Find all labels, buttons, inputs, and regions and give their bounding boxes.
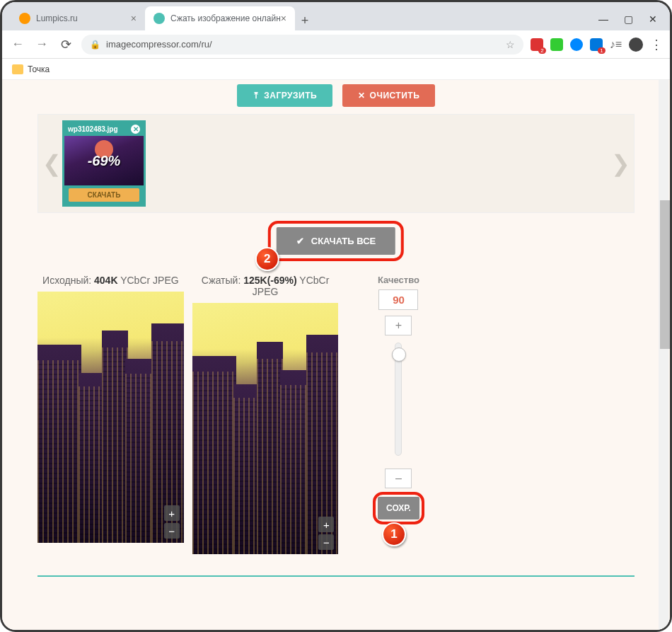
original-meta: YCbCr JPEG [120, 275, 178, 286]
favicon-icon [153, 13, 165, 24]
quality-slider[interactable] [395, 343, 402, 456]
compressed-header: Сжатый: 125K(-69%) YCbCr JPEG [192, 275, 339, 297]
compressed-image[interactable]: + − [192, 303, 339, 554]
media-icon[interactable]: ♪≡ [610, 38, 622, 51]
page-content: ⤒ ЗАГРУЗИТЬ ✕ ОЧИСТИТЬ ❮ wp3102483.jpg ✕… [2, 80, 670, 632]
quality-plus-button[interactable]: + [385, 316, 412, 335]
back-icon[interactable]: ← [9, 37, 26, 52]
action-buttons: ⤒ ЗАГРУЗИТЬ ✕ ОЧИСТИТЬ [2, 80, 670, 107]
reduction-percentage: -69% [88, 153, 121, 169]
forward-icon[interactable]: → [33, 37, 50, 52]
upload-icon: ⤒ [253, 91, 260, 100]
slider-knob[interactable] [392, 347, 406, 362]
clear-button[interactable]: ✕ ОЧИСТИТЬ [342, 84, 435, 107]
browser-toolbar: ← → ⟳ 🔒 imagecompressor.com/ru/ ☆ 2 1 ♪≡… [2, 30, 670, 59]
folder-icon [12, 64, 23, 74]
remove-thumbnail-icon[interactable]: ✕ [131, 125, 140, 134]
url-text: imagecompressor.com/ru/ [106, 39, 212, 50]
zoom-in-icon[interactable]: + [164, 505, 180, 521]
original-image[interactable]: + − [37, 292, 184, 543]
bookmarks-bar: Точка [2, 59, 670, 80]
favicon-icon [19, 13, 30, 24]
quality-label: Качество [378, 275, 419, 285]
quality-minus-button[interactable]: – [385, 469, 412, 488]
tab-imagecompressor[interactable]: Сжать изображение онлайн × [145, 6, 295, 30]
original-prefix: Исходный: [42, 275, 91, 286]
thumbnail-card[interactable]: wp3102483.jpg ✕ -69% СКАЧАТЬ [62, 120, 146, 207]
zoom-out-icon[interactable]: − [318, 534, 334, 550]
save-button[interactable]: СОХР. [378, 497, 419, 519]
close-window-icon[interactable]: ✕ [649, 13, 657, 25]
extension-icon[interactable]: 1 [590, 38, 603, 51]
compressed-panel: Сжатый: 125K(-69%) YCbCr JPEG + − [192, 275, 339, 554]
extension-icon[interactable] [570, 38, 583, 51]
download-all-label: СКАЧАТЬ ВСЕ [311, 236, 376, 246]
avatar[interactable] [629, 38, 643, 52]
lock-icon: 🔒 [90, 40, 100, 50]
bookmark-folder[interactable]: Точка [28, 64, 50, 74]
thumbnail-filename: wp3102483.jpg [68, 125, 118, 133]
extension-icon[interactable] [550, 38, 563, 51]
quality-column: Качество + – СОХР. 1 [373, 275, 423, 554]
star-icon[interactable]: ☆ [506, 39, 515, 50]
tab-lumpics[interactable]: Lumpics.ru × [11, 6, 145, 30]
zoom-controls: + − [164, 505, 180, 539]
upload-button[interactable]: ⤒ ЗАГРУЗИТЬ [237, 84, 332, 107]
original-header: Исходный: 404K YCbCr JPEG [37, 275, 184, 286]
upload-label: ЗАГРУЗИТЬ [264, 91, 317, 100]
new-tab-button[interactable]: + [295, 11, 315, 30]
clear-label: ОЧИСТИТЬ [370, 91, 420, 100]
address-bar[interactable]: 🔒 imagecompressor.com/ru/ ☆ [81, 35, 523, 54]
download-all-button[interactable]: ✔ СКАЧАТЬ ВСЕ [277, 227, 395, 255]
chevron-right-icon[interactable]: ❯ [610, 115, 631, 212]
zoom-out-icon[interactable]: − [164, 523, 180, 539]
tab-label: Lumpics.ru [36, 13, 78, 23]
scroll-thumb[interactable] [660, 200, 670, 349]
quality-input[interactable] [378, 289, 418, 310]
original-size: 404K [94, 275, 117, 286]
extension-icons: 2 1 ♪≡ ⋮ [531, 37, 663, 52]
divider [37, 575, 635, 577]
zoom-controls: + − [318, 517, 334, 550]
clear-icon: ✕ [358, 91, 366, 100]
check-icon: ✔ [296, 236, 304, 246]
chevron-left-icon[interactable]: ❮ [41, 115, 62, 212]
compressed-size: 125K [243, 275, 267, 286]
thumbnail-header: wp3102483.jpg ✕ [64, 122, 144, 136]
minimize-icon[interactable]: — [598, 13, 608, 25]
zoom-in-icon[interactable]: + [318, 517, 334, 532]
scrollbar[interactable] [659, 80, 668, 632]
thumbnail-strip: ❮ wp3102483.jpg ✕ -69% СКАЧАТЬ ❯ [37, 114, 635, 213]
titlebar: Lumpics.ru × Сжать изображение онлайн × … [2, 2, 670, 30]
badge: 2 [538, 47, 545, 54]
download-all-wrap: ✔ СКАЧАТЬ ВСЕ 2 [277, 227, 395, 255]
original-panel: Исходный: 404K YCbCr JPEG + − [37, 275, 184, 554]
menu-icon[interactable]: ⋮ [650, 37, 663, 52]
reload-icon[interactable]: ⟳ [57, 37, 74, 52]
save-wrap: СОХР. 1 [378, 497, 419, 519]
callout-badge-1: 1 [382, 522, 406, 546]
compressed-prefix: Сжатый: [202, 275, 241, 286]
maximize-icon[interactable]: ▢ [624, 13, 633, 25]
compare-panels: Исходный: 404K YCbCr JPEG + − Сжатый: 12… [37, 275, 338, 554]
thumbnail-image: -69% [64, 136, 144, 185]
extension-icon[interactable]: 2 [531, 38, 543, 51]
close-icon[interactable]: × [131, 13, 137, 24]
tab-label: Сжать изображение онлайн [170, 13, 281, 23]
window-controls: — ▢ ✕ [598, 13, 670, 30]
callout-badge-2: 2 [255, 247, 279, 271]
download-thumbnail-button[interactable]: СКАЧАТЬ [69, 188, 139, 202]
close-icon[interactable]: × [281, 13, 286, 24]
badge: 1 [598, 47, 605, 54]
compressed-pct: (-69%) [267, 275, 297, 286]
